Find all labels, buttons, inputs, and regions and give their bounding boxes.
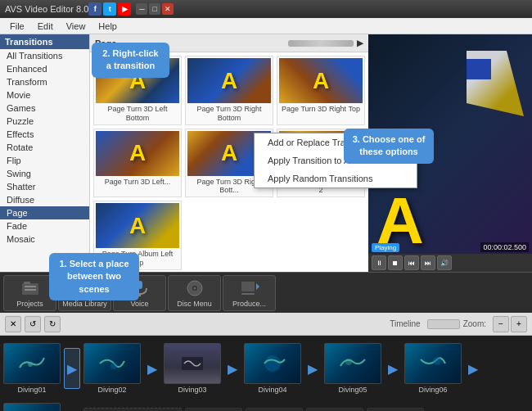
timeline-area: Diving01 ▶ Diving02 ▶ Diving03 ▶ Diving0…: [0, 336, 532, 411]
svg-point-19: [345, 359, 352, 365]
toolbar-disc-label: Disc Menu: [177, 300, 212, 308]
sidebar-item-shatter[interactable]: Shatter: [0, 180, 89, 193]
timeline-clip-diving06: Diving06: [404, 343, 462, 394]
maximize-button[interactable]: □: [149, 3, 160, 15]
clip-thumb-diving01[interactable]: [3, 343, 61, 384]
sidebar-item-puzzle[interactable]: Puzzle: [0, 115, 89, 128]
zoom-out-button[interactable]: −: [493, 316, 509, 332]
toolbar-disc-menu[interactable]: Disc Menu: [168, 275, 221, 311]
toolbar-media-label: Media Library: [62, 300, 107, 308]
stop-button[interactable]: ⏹: [388, 255, 403, 270]
play-pause-button[interactable]: ⏸: [372, 255, 386, 270]
empty-slot-2: [246, 408, 303, 411]
sidebar-item-diffuse[interactable]: Diffuse: [0, 193, 89, 206]
svg-marker-13: [256, 283, 259, 290]
minimize-button[interactable]: ─: [136, 3, 147, 15]
scroll-right[interactable]: ▶: [357, 38, 363, 47]
context-apply-random[interactable]: Apply Random Transitions: [255, 169, 417, 187]
sidebar-item-movie[interactable]: Movie: [0, 88, 89, 102]
clip-thumb-diving07[interactable]: [3, 403, 61, 411]
transition-arrow-5[interactable]: ▶: [385, 348, 401, 389]
menu-view[interactable]: View: [60, 20, 92, 33]
timeline-clip-diving03: Diving03: [164, 343, 221, 394]
svg-point-11: [193, 287, 196, 289]
volume-button[interactable]: 🔊: [437, 255, 452, 270]
social-icons: f t ▶: [88, 2, 131, 16]
content-controls: ▶: [288, 38, 363, 47]
timeline-clip-diving05: Diving05: [324, 343, 381, 394]
toolbar-produce-label: Produce...: [232, 300, 266, 308]
zoom-slider[interactable]: [427, 319, 460, 329]
timeline-label: Timeline: [390, 319, 420, 328]
sidebar-item-rotate[interactable]: Rotate: [0, 141, 89, 154]
transition-arrow-7[interactable]: ▶: [64, 408, 80, 411]
menu-edit[interactable]: Edit: [31, 20, 60, 33]
toolbar-produce[interactable]: Produce...: [223, 275, 276, 311]
clip-label-diving04: Diving04: [258, 386, 286, 394]
transition-arrow-2[interactable]: ▶: [144, 348, 160, 389]
sidebar-item-all[interactable]: All Transitions: [0, 49, 89, 62]
prev-frame-button[interactable]: ⏮: [404, 255, 419, 270]
sidebar-item-flip[interactable]: Flip: [0, 154, 89, 167]
clip-thumb-diving03[interactable]: [164, 343, 221, 384]
sidebar-item-effects[interactable]: Effects: [0, 128, 89, 141]
clip-thumb-diving02[interactable]: [83, 343, 141, 384]
transition-arrow-3[interactable]: ▶: [224, 348, 241, 389]
sidebar-item-page[interactable]: Page: [0, 206, 89, 219]
tooltip-choose-options: 3. Choose one of these options: [344, 129, 434, 164]
tooltip-right-click: 2. Right-click a transition: [92, 43, 169, 78]
clip-thumb-diving05[interactable]: [324, 343, 381, 384]
empty-slot-1: [185, 408, 242, 411]
playing-badge: Playing: [372, 243, 399, 252]
undo-button[interactable]: ✕: [5, 316, 21, 332]
facebook-icon[interactable]: f: [88, 2, 101, 16]
sidebar-header: Transitions: [0, 34, 89, 49]
svg-point-18: [264, 355, 281, 372]
transition-img-4: A: [96, 131, 179, 176]
timeline-clip-diving07: Diving07: [3, 403, 61, 411]
transition-arrow-4[interactable]: ▶: [304, 348, 321, 389]
transition-arrow-1[interactable]: ▶: [64, 348, 80, 389]
menu-file[interactable]: File: [3, 20, 31, 33]
clip-label-diving06: Diving06: [418, 386, 447, 394]
clip-thumb-diving06[interactable]: [404, 343, 462, 384]
main-area: Transitions All Transitions Enhanced Tra…: [0, 34, 532, 272]
menu-help[interactable]: Help: [92, 20, 124, 33]
close-button[interactable]: ✕: [162, 3, 174, 15]
content-area: Page ▶ 2. Right-click a transition A Pag…: [90, 34, 368, 272]
youtube-icon[interactable]: ▶: [118, 2, 131, 16]
titlebar: AVS Video Editor 8.0 f t ▶ ─ □ ✕: [0, 0, 532, 18]
sidebar-item-mosaic[interactable]: Mosaic: [0, 233, 89, 246]
sidebar-item-transform[interactable]: Transform: [0, 75, 89, 88]
svg-point-20: [433, 357, 441, 365]
next-frame-button[interactable]: ⏭: [421, 255, 435, 270]
toolbar-projects-label: Projects: [16, 300, 43, 308]
svg-rect-12: [241, 282, 255, 291]
projects-icon: [20, 278, 40, 298]
svg-point-15: [28, 362, 33, 367]
redo-button[interactable]: ↺: [25, 316, 41, 332]
sidebar-item-enhanced[interactable]: Enhanced: [0, 62, 89, 75]
transition-arrow-6[interactable]: ▶: [465, 348, 481, 389]
redo2-button[interactable]: ↻: [44, 316, 61, 332]
window-controls: ─ □ ✕: [136, 3, 174, 15]
transition-img-2: A: [187, 58, 271, 103]
sidebar-item-swing[interactable]: Swing: [0, 167, 89, 180]
menubar: File Edit View Help: [0, 18, 532, 34]
clip-thumb-diving04[interactable]: [244, 343, 301, 384]
transition-img-3: A: [279, 58, 363, 103]
twitter-icon[interactable]: t: [103, 2, 116, 16]
scroll-bar[interactable]: [288, 40, 354, 47]
transition-thumb-2[interactable]: A Page Turn 3D Right Bottom: [185, 56, 273, 125]
preview-controls: ⏸ ⏹ ⏮ ⏭ 🔊: [368, 254, 532, 272]
transition-img-7: A: [96, 203, 179, 248]
clip-label-diving05: Diving05: [338, 386, 367, 394]
svg-rect-2: [25, 286, 36, 287]
svg-rect-1: [24, 282, 30, 284]
transition-thumb-3[interactable]: A Page Turn 3D Right Top: [277, 56, 365, 125]
zoom-in-button[interactable]: +: [511, 316, 527, 332]
sidebar-item-games[interactable]: Games: [0, 102, 89, 115]
transition-label-2: Page Turn 3D Right Bottom: [187, 105, 271, 123]
transition-thumb-4[interactable]: A Page Turn 3D Left...: [93, 129, 182, 198]
sidebar-item-fade[interactable]: Fade: [0, 219, 89, 233]
